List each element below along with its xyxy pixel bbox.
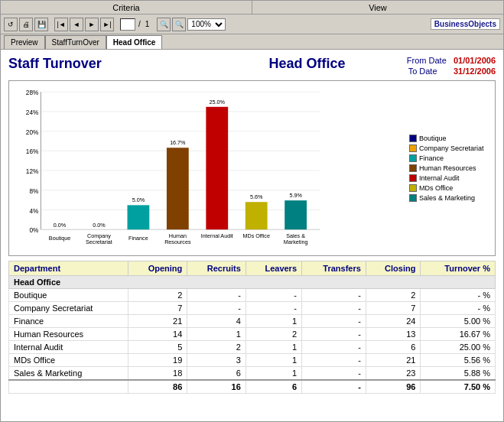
svg-rect-23 (167, 148, 189, 229)
page-total: 1 (145, 20, 150, 28)
svg-text:0.0%: 0.0% (54, 222, 67, 229)
prev-page-button[interactable]: ◄ (70, 18, 83, 31)
last-page-button[interactable]: ►| (100, 18, 114, 31)
page-separator: / (138, 20, 141, 28)
to-date: To Date 31/12/2006 (407, 67, 496, 76)
refresh-button[interactable]: ↺ (4, 18, 18, 31)
legend-color-company-sec (409, 144, 417, 152)
report-title: Staff Turnover (8, 56, 207, 72)
svg-text:5.9%: 5.9% (289, 192, 302, 199)
zoom-select[interactable]: 100% 75% 150% (187, 18, 226, 31)
table-row: Finance 21 4 1 - 24 5.00 % (9, 315, 496, 328)
dept-boutique: Boutique (9, 289, 128, 302)
legend-color-sales (409, 194, 417, 202)
dept-finance: Finance (9, 315, 128, 328)
svg-text:12%: 12% (26, 168, 39, 175)
legend-label-hr: Human Resources (419, 164, 476, 172)
tab-staffturnover[interactable]: StaffTurnOver (45, 35, 106, 49)
report-dates: From Date 01/01/2006 To Date 31/12/2006 (407, 56, 496, 77)
total-label (9, 380, 128, 394)
page-number-input[interactable]: 1 (120, 18, 135, 31)
col-header-turnover: Turnover % (421, 261, 496, 276)
transfers-boutique: - (302, 289, 366, 302)
svg-rect-29 (285, 200, 307, 229)
legend-label-sales: Sales & Marketing (419, 194, 475, 202)
svg-rect-27 (245, 202, 268, 229)
legend-label-internal-audit: Internal Audit (419, 174, 460, 182)
table-row: Sales & Marketing 18 6 1 - 23 5.88 % (9, 367, 496, 381)
col-header-closing: Closing (366, 261, 421, 276)
legend-label-company-sec: Company Secretariat (419, 144, 484, 152)
tab-bar: Preview StaffTurnOver Head Office (1, 34, 503, 50)
legend-label-finance: Finance (419, 154, 444, 162)
table-row: MDs Office 19 3 1 - 21 5.56 % (9, 354, 496, 367)
first-page-button[interactable]: |◄ (54, 18, 68, 31)
zoom-in-button[interactable]: 🔍 (172, 18, 186, 31)
svg-text:24%: 24% (26, 109, 39, 116)
col-header-recruits: Recruits (187, 261, 246, 276)
chart-main: 28% 24% 20% 16% 12% 8% 4% 0% (14, 86, 406, 251)
svg-text:16.7%: 16.7% (170, 139, 186, 146)
next-page-button[interactable]: ► (85, 18, 99, 31)
svg-text:5.6%: 5.6% (250, 193, 263, 200)
col-header-opening: Opening (128, 261, 187, 276)
closing-boutique: 2 (366, 289, 421, 302)
legend-color-mds (409, 184, 417, 192)
dept-hr: Human Resources (9, 328, 128, 341)
svg-text:Secretariat: Secretariat (86, 239, 112, 245)
legend-hr: Human Resources (409, 164, 490, 172)
save-button[interactable]: 💾 (34, 18, 48, 31)
svg-rect-25 (206, 107, 228, 229)
svg-text:Boutique: Boutique (49, 235, 70, 242)
report-subtitle: Head Office (207, 56, 406, 72)
col-header-transfers: Transfers (302, 261, 366, 276)
legend-sales: Sales & Marketing (409, 194, 490, 202)
tab-preview[interactable]: Preview (4, 35, 45, 49)
svg-text:MDs Office: MDs Office (242, 232, 269, 239)
svg-text:Internal Audit: Internal Audit (201, 232, 233, 239)
legend-color-boutique (409, 135, 417, 142)
chart-container: 28% 24% 20% 16% 12% 8% 4% 0% (8, 80, 496, 256)
svg-text:Resources: Resources (164, 239, 191, 245)
svg-text:8%: 8% (29, 188, 39, 195)
dept-internal-audit: Internal Audit (9, 341, 128, 354)
legend-label-boutique: Boutique (419, 135, 447, 142)
bar-chart: 28% 24% 20% 16% 12% 8% 4% 0% (14, 86, 406, 251)
svg-text:0.0%: 0.0% (93, 222, 106, 229)
section-label: Head Office (9, 276, 496, 289)
svg-text:Finance: Finance (128, 235, 148, 242)
bo-logo: BusinessObjects (431, 18, 500, 30)
dept-sales: Sales & Marketing (9, 367, 128, 381)
tab-headoffice[interactable]: Head Office (106, 35, 163, 49)
svg-rect-21 (128, 205, 150, 229)
svg-text:16%: 16% (26, 148, 39, 155)
legend-mds: MDs Office (409, 184, 490, 192)
svg-text:28%: 28% (26, 89, 39, 96)
turnover-boutique: - % (421, 289, 496, 302)
legend-color-internal-audit (409, 174, 417, 182)
svg-text:Marketing: Marketing (284, 239, 308, 245)
criteria-title: Criteria (1, 1, 252, 14)
svg-text:4%: 4% (29, 208, 39, 215)
zoom-out-button[interactable]: 🔍 (157, 18, 171, 31)
legend-color-finance (409, 154, 417, 162)
svg-text:20%: 20% (26, 129, 39, 136)
table-total-row: 86 16 6 - 96 7.50 % (9, 380, 496, 394)
col-header-dept: Department (9, 261, 128, 276)
print-button[interactable]: 🖨 (19, 18, 33, 31)
from-date: From Date 01/01/2006 (407, 56, 496, 65)
table-row: Internal Audit 5 2 1 - 6 25.00 % (9, 341, 496, 354)
title-bar: Criteria View (1, 1, 503, 15)
opening-boutique: 2 (128, 289, 187, 302)
legend-finance: Finance (409, 154, 490, 162)
legend-internal-audit: Internal Audit (409, 174, 490, 182)
leavers-boutique: - (245, 289, 301, 302)
legend-company-sec: Company Secretariat (409, 144, 490, 152)
view-title: View (252, 1, 503, 14)
chart-legend: Boutique Company Secretariat Finance Hum… (406, 86, 490, 251)
svg-text:5.0%: 5.0% (132, 196, 145, 203)
recruits-boutique: - (187, 289, 246, 302)
dept-mds: MDs Office (9, 354, 128, 367)
section-header-row: Head Office (9, 276, 496, 289)
table-row: Human Resources 14 1 2 - 13 16.67 % (9, 328, 496, 341)
